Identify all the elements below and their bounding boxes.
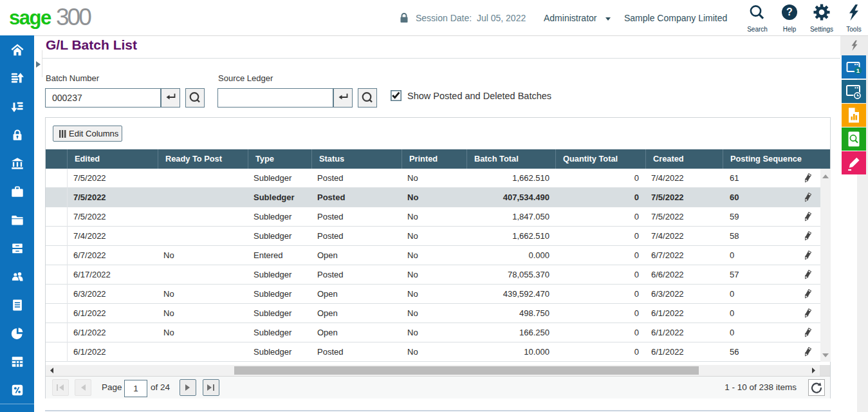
svg-text:?: ? [786,6,793,17]
svg-text:1: 1 [856,67,860,74]
